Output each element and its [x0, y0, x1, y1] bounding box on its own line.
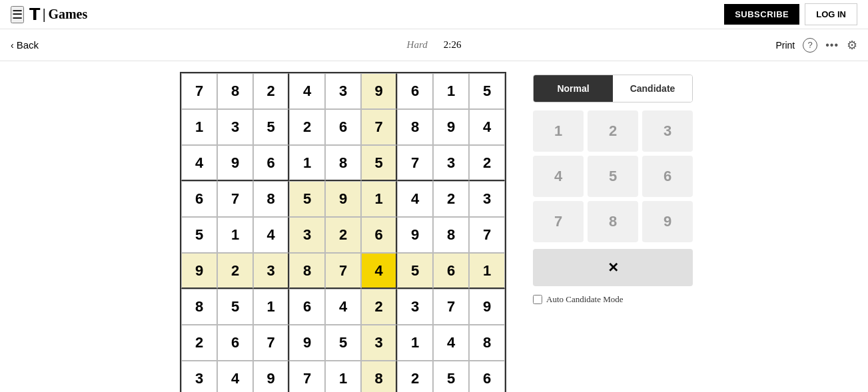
sudoku-cell[interactable]: 8 [433, 217, 469, 253]
sudoku-cell[interactable]: 2 [181, 325, 217, 361]
sudoku-cell[interactable]: 2 [217, 253, 253, 289]
sudoku-cell[interactable]: 9 [433, 109, 469, 145]
sudoku-cell[interactable]: 4 [397, 181, 433, 217]
sudoku-cell[interactable]: 9 [217, 145, 253, 181]
sudoku-cell[interactable]: 3 [433, 145, 469, 181]
sudoku-cell[interactable]: 4 [253, 217, 289, 253]
sudoku-cell[interactable]: 7 [181, 73, 217, 109]
delete-button[interactable]: ✕ [533, 249, 693, 286]
sudoku-cell[interactable]: 7 [217, 181, 253, 217]
sudoku-cell[interactable]: 1 [433, 73, 469, 109]
num-button-5[interactable]: 5 [588, 156, 638, 197]
sudoku-cell[interactable]: 9 [397, 217, 433, 253]
sudoku-cell[interactable]: 6 [253, 145, 289, 181]
sudoku-cell[interactable]: 6 [181, 181, 217, 217]
sudoku-cell[interactable]: 8 [325, 145, 361, 181]
sudoku-cell[interactable]: 8 [289, 253, 325, 289]
sudoku-cell[interactable]: 5 [289, 181, 325, 217]
auto-candidate-label[interactable]: Auto Candidate Mode [533, 294, 693, 305]
sudoku-cell[interactable]: 8 [361, 361, 397, 392]
sudoku-cell[interactable]: 1 [469, 253, 505, 289]
sudoku-cell[interactable]: 6 [361, 217, 397, 253]
normal-mode-button[interactable]: Normal [534, 75, 613, 102]
num-button-2[interactable]: 2 [588, 110, 638, 152]
sudoku-cell[interactable]: 5 [469, 73, 505, 109]
login-button[interactable]: LOG IN [805, 3, 857, 25]
sudoku-cell[interactable]: 9 [361, 73, 397, 109]
num-button-6[interactable]: 6 [642, 156, 693, 197]
sudoku-cell[interactable]: 3 [289, 217, 325, 253]
sudoku-cell[interactable]: 7 [253, 325, 289, 361]
sudoku-cell[interactable]: 5 [433, 361, 469, 392]
sudoku-grid[interactable]: 7824396151352678944961857326785914235143… [181, 73, 505, 392]
sudoku-cell[interactable]: 1 [361, 181, 397, 217]
sudoku-cell[interactable]: 3 [217, 109, 253, 145]
sudoku-cell[interactable]: 1 [181, 109, 217, 145]
sudoku-cell[interactable]: 1 [325, 361, 361, 392]
sudoku-cell[interactable]: 7 [361, 109, 397, 145]
sudoku-cell[interactable]: 6 [217, 325, 253, 361]
sudoku-cell[interactable]: 4 [361, 253, 397, 289]
sudoku-cell[interactable]: 2 [289, 109, 325, 145]
sudoku-cell[interactable]: 6 [325, 109, 361, 145]
more-options-button[interactable]: ••• [825, 39, 839, 51]
sudoku-cell[interactable]: 5 [361, 145, 397, 181]
num-button-1[interactable]: 1 [533, 110, 584, 152]
sudoku-cell[interactable]: 9 [469, 289, 505, 325]
sudoku-cell[interactable]: 9 [181, 253, 217, 289]
sudoku-cell[interactable]: 8 [469, 325, 505, 361]
sudoku-cell[interactable]: 2 [469, 145, 505, 181]
sudoku-cell[interactable]: 6 [397, 73, 433, 109]
sudoku-cell[interactable]: 9 [253, 361, 289, 392]
num-button-4[interactable]: 4 [533, 156, 584, 197]
sudoku-cell[interactable]: 7 [289, 361, 325, 392]
sudoku-cell[interactable]: 5 [181, 217, 217, 253]
sudoku-cell[interactable]: 7 [433, 289, 469, 325]
candidate-mode-button[interactable]: Candidate [613, 75, 692, 102]
sudoku-cell[interactable]: 6 [469, 361, 505, 392]
sudoku-cell[interactable]: 4 [433, 325, 469, 361]
sudoku-cell[interactable]: 4 [325, 289, 361, 325]
sudoku-cell[interactable]: 7 [397, 145, 433, 181]
num-button-9[interactable]: 9 [642, 201, 693, 242]
sudoku-cell[interactable]: 3 [469, 181, 505, 217]
auto-candidate-checkbox[interactable] [533, 295, 542, 304]
sudoku-cell[interactable]: 5 [253, 109, 289, 145]
sudoku-cell[interactable]: 9 [325, 181, 361, 217]
sudoku-cell[interactable]: 3 [397, 289, 433, 325]
sudoku-cell[interactable]: 2 [397, 361, 433, 392]
sudoku-cell[interactable]: 1 [397, 325, 433, 361]
subscribe-button[interactable]: SUBSCRIBE [724, 4, 799, 25]
sudoku-cell[interactable]: 8 [181, 289, 217, 325]
sudoku-cell[interactable]: 3 [253, 253, 289, 289]
num-button-7[interactable]: 7 [533, 201, 584, 242]
sudoku-cell[interactable]: 2 [325, 217, 361, 253]
sudoku-cell[interactable]: 4 [217, 361, 253, 392]
settings-button[interactable]: ⚙ [847, 38, 857, 53]
help-button[interactable]: ? [803, 38, 817, 53]
sudoku-cell[interactable]: 3 [361, 325, 397, 361]
sudoku-cell[interactable]: 6 [289, 289, 325, 325]
sudoku-cell[interactable]: 2 [361, 289, 397, 325]
sudoku-cell[interactable]: 6 [433, 253, 469, 289]
sudoku-cell[interactable]: 4 [181, 145, 217, 181]
sudoku-cell[interactable]: 5 [217, 289, 253, 325]
sudoku-cell[interactable]: 1 [253, 289, 289, 325]
sudoku-cell[interactable]: 4 [289, 73, 325, 109]
num-button-3[interactable]: 3 [642, 110, 693, 152]
sudoku-cell[interactable]: 3 [325, 73, 361, 109]
hamburger-menu-button[interactable]: ☰ [11, 6, 24, 23]
sudoku-cell[interactable]: 1 [289, 145, 325, 181]
sudoku-cell[interactable]: 5 [325, 325, 361, 361]
sudoku-cell[interactable]: 9 [289, 325, 325, 361]
sudoku-cell[interactable]: 7 [469, 217, 505, 253]
print-button[interactable]: Print [775, 40, 795, 51]
sudoku-cell[interactable]: 2 [433, 181, 469, 217]
sudoku-cell[interactable]: 7 [325, 253, 361, 289]
sudoku-cell[interactable]: 8 [217, 73, 253, 109]
sudoku-cell[interactable]: 8 [397, 109, 433, 145]
sudoku-cell[interactable]: 1 [217, 217, 253, 253]
sudoku-cell[interactable]: 8 [253, 181, 289, 217]
back-button[interactable]: ‹ Back [11, 39, 39, 51]
num-button-8[interactable]: 8 [588, 201, 638, 242]
